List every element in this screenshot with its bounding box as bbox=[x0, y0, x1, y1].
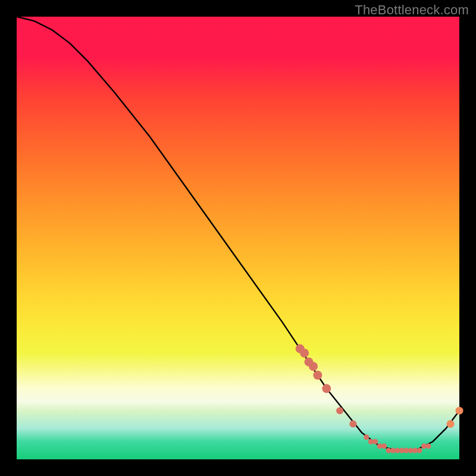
marker-point bbox=[300, 349, 309, 358]
marker-point bbox=[372, 439, 378, 444]
marker-point bbox=[336, 407, 343, 414]
marker-point bbox=[349, 421, 356, 428]
marker-point bbox=[381, 443, 387, 449]
marker-point bbox=[309, 362, 318, 371]
marker-point bbox=[364, 434, 369, 440]
watermark-text: TheBottleneck.com bbox=[355, 2, 469, 18]
marker-point bbox=[417, 448, 422, 453]
marker-point bbox=[425, 443, 431, 449]
marker-point bbox=[313, 371, 322, 380]
plot-area bbox=[17, 17, 459, 459]
bottleneck-curve-svg bbox=[17, 17, 459, 459]
chart-frame: TheBottleneck.com bbox=[0, 0, 476, 476]
marker-point bbox=[447, 420, 455, 428]
bottleneck-curve-path bbox=[17, 17, 459, 450]
marker-point bbox=[456, 407, 464, 415]
marker-point bbox=[322, 384, 331, 393]
